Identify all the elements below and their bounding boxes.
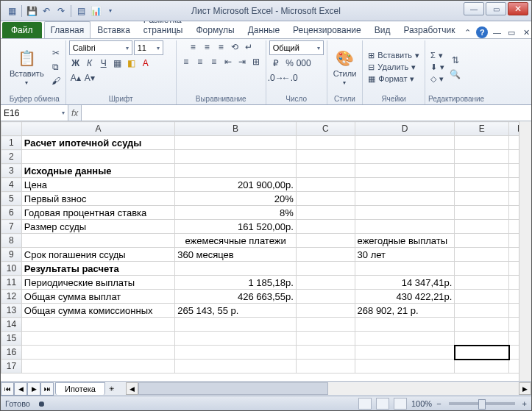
tab-data[interactable]: Данные [241,21,286,38]
sheet-nav-first-icon[interactable]: ⏮ [1,382,14,396]
cell-D11[interactable]: 14 347,41р. [355,276,455,290]
percent-icon[interactable]: % [283,57,297,70]
cell-A14[interactable] [21,318,174,332]
increase-decimal-icon[interactable]: .0→ [269,71,283,85]
horizontal-scrollbar[interactable]: ◀ ▶ [126,382,531,396]
pagebreak-view-icon[interactable] [394,398,407,410]
cell-E3[interactable] [455,164,509,178]
cell-C7[interactable] [296,220,355,234]
maximize-button[interactable]: ▭ [486,2,506,15]
cell-C1[interactable] [296,136,355,150]
merge-icon[interactable]: ⊞ [249,55,263,68]
cell-C13[interactable] [296,304,355,318]
doc-minimize-icon[interactable]: — [491,26,503,38]
col-header-D[interactable]: D [355,122,455,136]
hscroll-left-icon[interactable]: ◀ [126,382,138,395]
cell-D12[interactable]: 430 422,21р. [355,290,455,304]
cell-B11[interactable]: 1 185,18р. [175,276,297,290]
cell-D1[interactable] [355,136,455,150]
undo-icon[interactable]: ↶ [40,4,53,18]
cell-C16[interactable] [296,346,355,360]
hscroll-thumb[interactable] [138,382,329,395]
cell-E15[interactable] [455,332,509,346]
sheet-nav-next-icon[interactable]: ▶ [27,382,40,396]
cell-A9[interactable]: Срок погашения ссуды [21,248,174,262]
cell-C14[interactable] [296,318,355,332]
cell-C17[interactable] [296,360,355,374]
hscroll-right-icon[interactable]: ▶ [519,382,531,395]
cell-E1[interactable] [455,136,509,150]
cell-E16[interactable] [455,346,509,360]
cell-A8[interactable] [21,234,174,248]
row-header-13[interactable]: 13 [1,304,22,318]
cut-icon[interactable]: ✂ [49,46,63,60]
cell-E12[interactable] [455,290,509,304]
cell-B17[interactable] [175,360,297,374]
select-all-cell[interactable] [1,122,22,136]
qat-customize-icon[interactable]: ▾ [104,4,117,18]
orientation-icon[interactable]: ⟲ [228,40,241,54]
cell-E5[interactable] [455,192,509,206]
cell-B15[interactable] [175,332,297,346]
cell-C3[interactable] [296,164,355,178]
cell-B16[interactable] [175,346,297,360]
cell-D13[interactable]: 268 902, 21 р. [355,304,455,318]
tab-formulas[interactable]: Формулы [189,21,241,38]
cell-E4[interactable] [455,178,509,192]
row-header-15[interactable]: 15 [1,332,22,346]
wrap-text-icon[interactable]: ↵ [242,40,255,54]
new-sheet-icon[interactable]: ✳ [105,382,118,396]
cell-B14[interactable] [175,318,297,332]
cell-D16[interactable] [355,346,455,360]
tab-home[interactable]: Главная [44,21,91,38]
fx-icon[interactable]: fx [71,108,78,118]
font-size-combo[interactable]: 11▾ [134,40,163,55]
cell-D14[interactable] [355,318,455,332]
styles-button[interactable]: 🎨 Стили ▾ [330,47,360,87]
worksheet-grid[interactable]: ABCDEF1Расчет ипотечной ссуды23Исходные … [1,121,531,381]
format-painter-icon[interactable]: 🖌 [49,74,63,87]
help-icon[interactable]: ? [476,26,488,38]
cell-B6[interactable]: 8% [175,206,297,220]
doc-close-icon[interactable]: ✕ [520,26,532,38]
row-header-2[interactable]: 2 [1,150,22,164]
zoom-in-icon[interactable]: + [522,399,527,408]
align-bottom-icon[interactable]: ≡ [214,40,227,54]
cells-delete-button[interactable]: ⊟Удалить ▾ [366,62,422,73]
sort-filter-icon[interactable]: ⇅ [449,54,462,67]
save-icon[interactable]: 💾 [25,4,38,18]
clear-button[interactable]: ◇▾ [428,74,447,85]
row-header-1[interactable]: 1 [1,136,22,150]
fill-button[interactable]: ⬇▾ [428,62,447,73]
sheet-tab[interactable]: Ипотека [55,382,105,395]
find-select-icon[interactable]: 🔍 [449,68,462,81]
cell-A7[interactable]: Размер ссуды [21,220,174,234]
cell-B3[interactable] [175,164,297,178]
close-button[interactable]: ✕ [508,2,528,15]
cells-insert-button[interactable]: ⊞Вставить ▾ [366,50,422,61]
row-header-16[interactable]: 16 [1,346,22,360]
cell-D9[interactable]: 30 лет [355,248,455,262]
cell-A16[interactable] [21,346,174,360]
cell-C4[interactable] [296,178,355,192]
row-header-8[interactable]: 8 [1,234,22,248]
autosum-button[interactable]: Σ▾ [428,50,447,61]
cell-E9[interactable] [455,248,509,262]
cell-A12[interactable]: Общая сумма выплат [21,290,174,304]
sheet-nav-last-icon[interactable]: ⏭ [40,382,54,396]
cell-C12[interactable] [296,290,355,304]
align-top-icon[interactable]: ≡ [186,40,199,54]
cell-A4[interactable]: Цена [21,178,174,192]
cell-C2[interactable] [296,150,355,164]
col-header-A[interactable]: A [21,122,174,136]
cell-E7[interactable] [455,220,509,234]
tab-file[interactable]: Файл [2,22,42,38]
cell-E8[interactable] [455,234,509,248]
bold-button[interactable]: Ж [69,57,82,70]
cell-C6[interactable] [296,206,355,220]
pagelayout-view-icon[interactable] [376,398,389,410]
align-right-icon[interactable]: ≡ [208,55,221,68]
tab-insert[interactable]: Вставка [91,21,137,38]
row-header-9[interactable]: 9 [1,248,22,262]
cell-A13[interactable]: Общая сумма комиссионных [21,304,174,318]
